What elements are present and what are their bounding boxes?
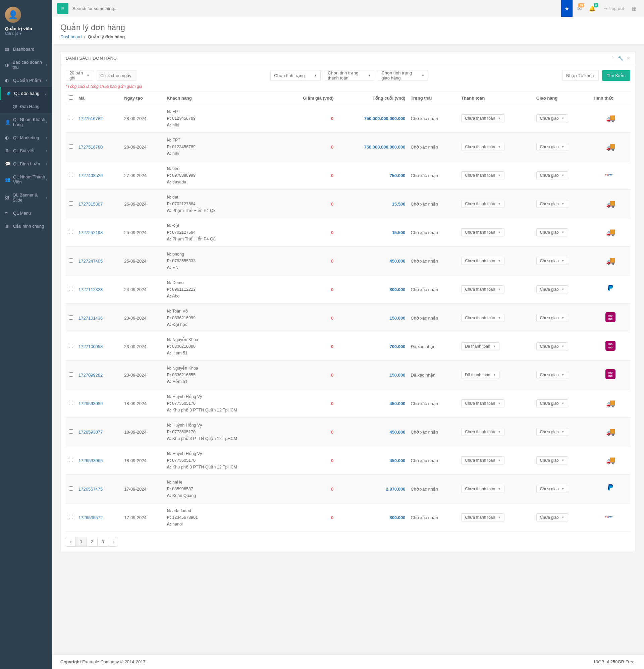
sidebar-item-4[interactable]: 👤QL Nhóm Khách hàng‹	[0, 113, 52, 131]
payment-status-dropdown[interactable]: Chưa thanh toán ▼	[461, 485, 504, 493]
total-link[interactable]: 750.000.000.000.000	[364, 144, 406, 150]
shipping-status-dropdown[interactable]: Chưa giao ▼	[536, 428, 568, 436]
sidebar-toggle-button[interactable]: ≡	[57, 3, 68, 14]
sidebar-item-6[interactable]: 🗎QL Bài viết‹	[0, 144, 52, 157]
sidebar-item-3[interactable]: 🧳QL đơn hàng⌄	[1, 87, 52, 100]
row-checkbox[interactable]	[69, 429, 73, 433]
row-checkbox[interactable]	[69, 401, 73, 405]
per-page-select[interactable]: 20 bản ghi ▼	[66, 70, 93, 81]
shipping-status-dropdown[interactable]: Chưa giao ▼	[536, 399, 568, 408]
select-all-checkbox[interactable]	[69, 95, 73, 100]
logout-link[interactable]: ⇥ Log out	[600, 3, 627, 14]
sidebar-subitem-orders[interactable]: QL Đơn Hàng	[0, 100, 52, 113]
payment-status-dropdown[interactable]: Chưa thanh toán ▼	[461, 257, 504, 265]
shipping-status-dropdown[interactable]: Chưa giao ▼	[536, 143, 568, 151]
shipping-status-dropdown[interactable]: Chưa giao ▼	[536, 200, 568, 208]
payment-status-dropdown[interactable]: Chưa thanh toán ▼	[461, 171, 504, 180]
page-prev[interactable]: ‹	[66, 537, 76, 546]
order-code-link[interactable]: 1727101436	[79, 315, 103, 321]
total-link[interactable]: 800.000	[389, 515, 405, 520]
payment-status-dropdown[interactable]: Chưa thanh toán ▼	[461, 200, 504, 208]
order-code-link[interactable]: 1726593065	[79, 458, 103, 463]
order-code-link[interactable]: 1727252198	[79, 230, 103, 235]
order-code-link[interactable]: 1727408529	[79, 173, 103, 178]
shipping-status-dropdown[interactable]: Chưa giao ▼	[536, 285, 568, 294]
order-code-link[interactable]: 1727516780	[79, 144, 103, 150]
sidebar-item-5[interactable]: ◐QL Marketing‹	[0, 131, 52, 144]
shipping-status-dropdown[interactable]: Chưa giao ▼	[536, 342, 568, 351]
total-link[interactable]: 150.000	[389, 315, 405, 321]
shipping-status-dropdown[interactable]: Chưa giao ▼	[536, 257, 568, 265]
order-code-link[interactable]: 1726535572	[79, 515, 103, 520]
close-icon[interactable]: ✕	[627, 56, 630, 61]
page-next[interactable]: ›	[108, 537, 118, 546]
shipping-status-select[interactable]: Chọn tình trạng giao hàng ▼	[378, 70, 428, 81]
payment-status-dropdown[interactable]: Chưa thanh toán ▼	[461, 428, 504, 436]
total-link[interactable]: 450.000	[389, 258, 405, 264]
order-code-link[interactable]: 1727100058	[79, 344, 103, 349]
total-link[interactable]: 450.000	[389, 430, 405, 435]
total-link[interactable]: 15.500	[392, 230, 406, 235]
payment-status-select[interactable]: Chọn tình trạng thanh toán ▼	[324, 70, 374, 81]
row-checkbox[interactable]	[69, 116, 73, 120]
shipping-status-dropdown[interactable]: Chưa giao ▼	[536, 171, 568, 180]
row-checkbox[interactable]	[69, 144, 73, 148]
payment-status-dropdown[interactable]: Chưa thanh toán ▼	[461, 285, 504, 294]
shipping-status-dropdown[interactable]: Chưa giao ▼	[536, 371, 568, 379]
order-code-link[interactable]: 1727516782	[79, 116, 103, 121]
sidebar-item-11[interactable]: 🗎Cấu hình chung	[0, 220, 52, 233]
payment-status-dropdown[interactable]: Chưa thanh toán ▼	[461, 399, 504, 408]
shipping-status-dropdown[interactable]: Chưa giao ▼	[536, 513, 568, 522]
page-3[interactable]: 3	[97, 537, 108, 546]
sidebar-item-0[interactable]: ▦Dashboard	[0, 43, 52, 56]
row-checkbox[interactable]	[69, 486, 73, 490]
total-link[interactable]: 750.000	[389, 173, 405, 178]
payment-status-dropdown[interactable]: Đã thanh toán ▼	[461, 371, 500, 379]
row-checkbox[interactable]	[69, 258, 73, 262]
row-checkbox[interactable]	[69, 515, 73, 519]
order-code-link[interactable]: 1727247405	[79, 258, 103, 264]
row-checkbox[interactable]	[69, 173, 73, 177]
order-code-link[interactable]: 1726557475	[79, 487, 103, 492]
total-link[interactable]: 750.000.000.000.000	[364, 116, 406, 121]
mail-notifications-button[interactable]: ✉ 16	[575, 3, 584, 14]
breadcrumb-dashboard[interactable]: Dashboard	[60, 34, 82, 39]
sidebar-item-8[interactable]: 👥QL Nhóm Thành Viên‹	[0, 170, 52, 188]
total-link[interactable]: 700.000	[389, 344, 405, 349]
row-checkbox[interactable]	[69, 287, 73, 291]
payment-status-dropdown[interactable]: Chưa thanh toán ▼	[461, 513, 504, 522]
row-checkbox[interactable]	[69, 458, 73, 462]
shipping-status-dropdown[interactable]: Chưa giao ▼	[536, 114, 568, 123]
vietnam-flag-button[interactable]: ★	[561, 0, 573, 17]
payment-status-dropdown[interactable]: Chưa thanh toán ▼	[461, 143, 504, 151]
payment-status-dropdown[interactable]: Chưa thanh toán ▼	[461, 314, 504, 322]
order-code-link[interactable]: 1726593077	[79, 430, 103, 435]
total-link[interactable]: 15.500	[392, 201, 406, 207]
order-code-link[interactable]: 1727112328	[79, 287, 103, 292]
keyword-input[interactable]	[562, 70, 599, 81]
profile-settings-link[interactable]: Cài đặt ▼	[5, 31, 47, 36]
collapse-icon[interactable]: ⌃	[611, 56, 615, 61]
settings-icon[interactable]: 🔧	[618, 56, 623, 61]
row-checkbox[interactable]	[69, 344, 73, 348]
shipping-status-dropdown[interactable]: Chưa giao ▼	[536, 314, 568, 322]
order-code-link[interactable]: 1727099282	[79, 373, 103, 378]
payment-status-dropdown[interactable]: Chưa thanh toán ▼	[461, 228, 504, 237]
row-checkbox[interactable]	[69, 315, 73, 319]
status-select[interactable]: Chọn tình trạng ▼	[270, 70, 321, 81]
sidebar-item-10[interactable]: ≡QL Menu	[0, 207, 52, 220]
order-code-link[interactable]: 1726593089	[79, 401, 103, 406]
payment-status-dropdown[interactable]: Chưa thanh toán ▼	[461, 456, 504, 465]
sidebar-item-7[interactable]: 💬QL Bình Luận‹	[0, 157, 52, 170]
apps-grid-button[interactable]: ▦	[629, 3, 639, 14]
page-1[interactable]: 1	[75, 537, 86, 546]
page-2[interactable]: 2	[86, 537, 98, 546]
sidebar-item-1[interactable]: ◑Báo cáo doanh thu‹	[0, 56, 52, 74]
row-checkbox[interactable]	[69, 201, 73, 205]
shipping-status-dropdown[interactable]: Chưa giao ▼	[536, 456, 568, 465]
total-link[interactable]: 450.000	[389, 458, 405, 463]
alert-notifications-button[interactable]: 🔔 8	[586, 3, 598, 14]
sidebar-item-2[interactable]: ◐QL Sản Phẩm‹	[0, 74, 52, 87]
date-picker-input[interactable]	[97, 70, 136, 81]
search-button[interactable]: Tìm Kiếm	[602, 70, 630, 81]
